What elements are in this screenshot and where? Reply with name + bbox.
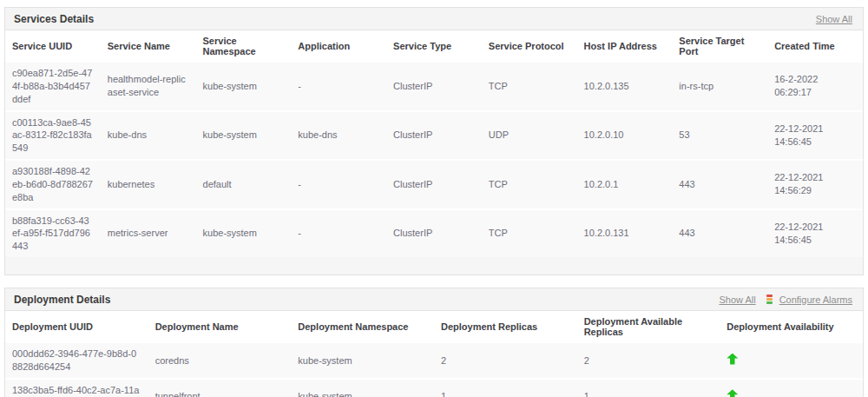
table-cell: kube-dns	[101, 111, 196, 161]
table-cell: c90ea871-2d5e-474f-b88a-b3b4d457ddef	[5, 62, 101, 111]
table-cell: 443	[672, 160, 767, 209]
table-cell: metrics-server	[101, 209, 196, 258]
table-cell: a930188f-4898-42eb-b6d0-8d788267e8ba	[5, 160, 101, 209]
deployment-header-links: Show All Configure Alarms	[719, 294, 852, 305]
table-cell: coredns	[148, 342, 292, 379]
column-header-service-namespace: Service Namespace	[196, 30, 292, 62]
table-cell: kube-dns	[291, 111, 386, 161]
availability-cell	[720, 379, 863, 397]
table-cell: TCP	[482, 62, 577, 111]
table-cell: UDP	[482, 111, 577, 161]
deployment-row: 000ddd62-3946-477e-9b8d-08828d664254core…	[5, 342, 863, 379]
alarm-red-dot	[766, 294, 773, 297]
deployment-row: 138c3ba5-ffd6-40c2-ac7a-11a60186d95atunn…	[5, 379, 863, 397]
table-cell: kubernetes	[101, 160, 196, 209]
table-cell: c00113ca-9ae8-45ac-8312-f82c183fa549	[5, 111, 101, 161]
table-cell: 16-2-2022 06:29:17	[767, 62, 863, 111]
column-header-service-name: Service Name	[101, 30, 196, 62]
table-cell: ClusterIP	[386, 62, 482, 111]
up-arrow-icon	[727, 389, 738, 397]
table-cell: 22-12-2021 14:56:45	[767, 209, 863, 258]
table-cell: -	[291, 62, 386, 111]
table-cell: -	[291, 209, 386, 258]
table-cell: healthmodel-replicaset-service	[101, 62, 196, 111]
table-cell: 22-12-2021 14:56:29	[767, 160, 863, 209]
service-row: c00113ca-9ae8-45ac-8312-f82c183fa549kube…	[5, 111, 863, 161]
table-cell: 000ddd62-3946-477e-9b8d-08828d664254	[5, 342, 148, 379]
services-panel-title: Services Details	[14, 13, 94, 25]
table-cell: TCP	[482, 209, 577, 258]
column-header-deployment-namespace: Deployment Namespace	[291, 311, 434, 342]
table-cell: default	[196, 160, 292, 209]
services-details-panel: Services Details Show All Service UUIDSe…	[4, 7, 864, 275]
deployment-table-body: 000ddd62-3946-477e-9b8d-08828d664254core…	[5, 342, 863, 397]
service-row: c90ea871-2d5e-474f-b88a-b3b4d457ddefheal…	[5, 62, 863, 111]
column-header-host-ip-address: Host IP Address	[577, 30, 673, 62]
up-arrow-icon	[727, 354, 738, 365]
table-cell: tunnelfront	[148, 379, 292, 397]
table-cell: 22-12-2021 14:56:45	[767, 111, 863, 161]
table-cell: ClusterIP	[386, 111, 482, 161]
column-header-service-target-port: Service Target Port	[672, 30, 767, 62]
services-table: Service UUIDService NameService Namespac…	[5, 30, 863, 257]
alarm-orange-dot	[766, 298, 773, 301]
table-cell: ClusterIP	[386, 209, 482, 258]
deployment-table: Deployment UUIDDeployment NameDeployment…	[5, 311, 863, 397]
table-cell: b88fa319-cc63-43ef-a95f-f517dd796443	[5, 209, 101, 258]
table-cell: kube-system	[291, 342, 434, 379]
column-header-deployment-replicas: Deployment Replicas	[434, 311, 577, 342]
table-cell: ClusterIP	[386, 160, 482, 209]
column-header-application: Application	[291, 30, 386, 62]
table-cell: kube-system	[196, 209, 292, 258]
deployment-show-all-link[interactable]: Show All	[719, 294, 755, 305]
table-cell: kube-system	[291, 379, 434, 397]
availability-cell	[720, 342, 863, 379]
services-panel-header: Services Details Show All	[5, 8, 863, 30]
column-header-created-time: Created Time	[767, 30, 863, 62]
table-cell: 10.2.0.131	[577, 209, 673, 258]
services-show-all-link[interactable]: Show All	[816, 14, 852, 24]
service-row: b88fa319-cc63-43ef-a95f-f517dd796443metr…	[5, 209, 863, 258]
table-cell: 10.2.0.1	[577, 160, 673, 209]
services-panel-footer	[5, 257, 863, 275]
column-header-service-uuid: Service UUID	[5, 30, 101, 62]
table-cell: 10.2.0.10	[577, 111, 673, 161]
table-cell: 443	[672, 209, 767, 258]
column-header-service-protocol: Service Protocol	[482, 30, 577, 62]
services-header-row: Service UUIDService NameService Namespac…	[5, 30, 863, 62]
service-row: a930188f-4898-42eb-b6d0-8d788267e8bakube…	[5, 160, 863, 209]
table-cell: 53	[672, 111, 767, 161]
column-header-service-type: Service Type	[386, 30, 482, 62]
deployment-header-row: Deployment UUIDDeployment NameDeployment…	[5, 311, 863, 342]
table-cell: in-rs-tcp	[672, 62, 767, 111]
alarm-severity-icon	[766, 294, 773, 304]
table-cell: -	[291, 160, 386, 209]
table-cell: kube-system	[196, 62, 292, 111]
column-header-deployment-uuid: Deployment UUID	[5, 311, 148, 342]
table-cell: kube-system	[196, 111, 292, 161]
kubernetes-monitor-page: Services Details Show All Service UUIDSe…	[0, 0, 868, 397]
column-header-deployment-name: Deployment Name	[148, 311, 292, 342]
deployment-details-panel: Deployment Details Show All Configure Al…	[4, 288, 864, 397]
deployment-panel-header: Deployment Details Show All Configure Al…	[5, 288, 863, 311]
table-cell: 1	[434, 379, 577, 397]
table-cell: 1	[577, 379, 720, 397]
column-header-deployment-available-replicas: Deployment Available Replicas	[577, 311, 720, 342]
deployment-panel-title: Deployment Details	[14, 294, 110, 306]
alarm-green-dot	[766, 301, 773, 304]
table-cell: 138c3ba5-ffd6-40c2-ac7a-11a60186d95a	[5, 379, 148, 397]
services-table-body: c90ea871-2d5e-474f-b88a-b3b4d457ddefheal…	[5, 62, 863, 257]
table-cell: 2	[434, 342, 577, 379]
table-cell: 2	[577, 342, 720, 379]
table-cell: 10.2.0.135	[577, 62, 673, 111]
table-cell: TCP	[482, 160, 577, 209]
configure-alarms-link[interactable]: Configure Alarms	[779, 294, 852, 305]
column-header-deployment-availability: Deployment Availability	[720, 311, 863, 342]
